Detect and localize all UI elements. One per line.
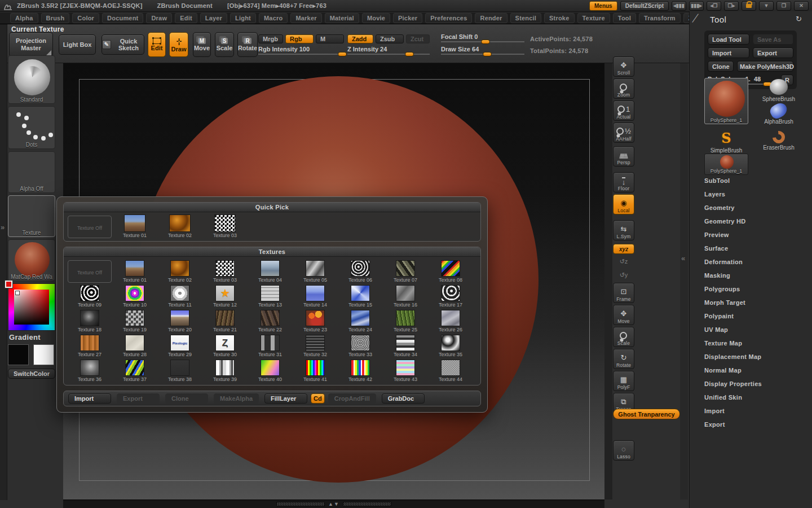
minimize-button[interactable]: ▼ <box>759 1 774 11</box>
menus-button[interactable]: Menus <box>589 1 617 11</box>
tool-section-layers[interactable]: Layers <box>690 187 812 201</box>
make-alpha-button[interactable]: MakeAlpha <box>214 393 259 404</box>
tool-section-masking[interactable]: Masking <box>690 269 812 282</box>
stroke-selector[interactable]: Dots <box>8 106 55 149</box>
texture-item-texture-08[interactable]: Texture 08 <box>428 259 473 284</box>
texture-item-texture-34[interactable]: Texture 34 <box>383 334 428 358</box>
eraser-brush-slot[interactable]: EraserBrush <box>758 131 799 151</box>
rotate-y-button[interactable]: ↺y <box>613 269 634 281</box>
texture-item-texture-39[interactable]: Texture 39 <box>202 358 248 383</box>
menu-item-marker[interactable]: Marker <box>290 13 321 23</box>
texture-item-texture-30[interactable]: Ȥ Texture 30 <box>202 334 248 358</box>
move-button[interactable]: M Move <box>193 32 211 57</box>
tool-section-display-properties[interactable]: Display Properties <box>690 377 812 391</box>
tool-section-unified-skin[interactable]: Unified Skin <box>690 391 812 404</box>
gradient-label[interactable]: Gradient <box>9 333 58 341</box>
texture-item-texture-11[interactable]: Texture 11 <box>157 284 202 309</box>
texture-item-texture-02[interactable]: Texture 02 <box>157 259 202 284</box>
import-button[interactable]: Import <box>68 393 111 404</box>
menu-item-stroke[interactable]: Stroke <box>544 13 574 23</box>
texture-item-texture-38[interactable]: Texture 38 <box>157 358 202 383</box>
tool-section-subtool[interactable]: SubTool <box>690 174 812 187</box>
m-button[interactable]: M <box>316 34 344 43</box>
texture-item-texture-13[interactable]: Texture 13 <box>248 284 293 309</box>
texture-item-texture-09[interactable]: Texture 09 <box>67 284 112 309</box>
focal-shift-slider[interactable]: Focal Shift 0 <box>441 33 524 42</box>
draw-size-slider[interactable]: Draw Size 64 <box>441 46 524 55</box>
texture-item-texture-31[interactable]: Texture 31 <box>248 334 293 358</box>
texture-item-texture-07[interactable]: Texture 07 <box>383 259 428 284</box>
rotate-button[interactable]: R Rotate <box>237 32 258 57</box>
texture-selector[interactable]: Texture <box>8 195 55 237</box>
scale-button[interactable]: S Scale <box>215 32 234 57</box>
menu-item-edit[interactable]: Edit <box>175 13 197 23</box>
cd-button[interactable]: Cd <box>311 393 325 404</box>
draw-button[interactable]: -¦- Draw <box>169 32 188 57</box>
projection-master-button[interactable]: Projection Master <box>9 32 53 57</box>
quick-pick-texture-texture-03[interactable]: Texture 03 <box>202 214 248 239</box>
alpha-brush-slot[interactable]: AlphaBrush <box>758 104 799 125</box>
aahalf-button[interactable]: ½ AAHalf <box>613 122 634 143</box>
menu-item-tool[interactable]: Tool <box>613 13 636 23</box>
texture-item-texture-15[interactable]: Texture 15 <box>338 284 383 309</box>
tray-slide-left-button[interactable]: ◂▮▮▮ <box>672 1 686 11</box>
texture-item-texture-12[interactable]: ★ Texture 12 <box>202 284 248 309</box>
rgb-button[interactable]: Rgb <box>285 34 314 43</box>
texture-item-texture-04[interactable]: Texture 04 <box>248 259 293 284</box>
active-tool-slot[interactable]: PolySphere_1 <box>704 78 748 124</box>
texture-item-texture-01[interactable]: Texture 01 <box>112 259 157 284</box>
default-zscript-button[interactable]: DefaultZScript <box>620 1 669 11</box>
texture-item-texture-19[interactable]: Texture 19 <box>112 309 157 334</box>
close-button[interactable]: ✕ <box>794 1 809 11</box>
texture-item-texture-40[interactable]: Texture 40 <box>248 358 293 383</box>
scale-button[interactable]: Scale <box>613 327 634 347</box>
light-box-button[interactable]: Light Box <box>59 34 96 55</box>
bottom-tray-divider[interactable]: ▲▼ <box>63 500 604 508</box>
menu-item-brush[interactable]: Brush <box>41 13 70 23</box>
crop-and-fill-button[interactable]: CropAndFill <box>328 393 376 404</box>
refresh-icon[interactable]: ↻ <box>796 15 802 23</box>
grab-doc-button[interactable]: GrabDoc <box>382 393 425 404</box>
tray-collapse-icons[interactable]: ▲▼ <box>328 501 339 507</box>
texture-item-texture-41[interactable]: Texture 41 <box>293 358 338 383</box>
texture-item-texture-24[interactable]: Texture 24 <box>338 309 383 334</box>
rotate-z-button[interactable]: ↺z <box>613 256 634 268</box>
menu-item-picker[interactable]: Picker <box>393 13 422 23</box>
lock-button[interactable] <box>742 1 756 11</box>
texture-item-texture-16[interactable]: Texture 16 <box>383 284 428 309</box>
texture-item-texture-43[interactable]: Texture 43 <box>383 358 428 383</box>
texture-item-texture-32[interactable]: Texture 32 <box>293 334 338 358</box>
texture-item-texture-28[interactable]: Texture 28 <box>112 334 157 358</box>
doc-cycle-left-button[interactable]: ◂❐ <box>707 1 721 11</box>
texture-item-texture-29[interactable]: Pixologic Texture 29 <box>157 334 202 358</box>
ghost-transparency-button[interactable]: Ghost Tranparency <box>613 409 680 419</box>
menu-item-macro[interactable]: Macro <box>259 13 288 23</box>
scroll-button[interactable]: ✥ Scroll <box>613 56 634 77</box>
texture-item-texture-03[interactable]: Texture 03 <box>202 259 248 284</box>
menu-item-transform[interactable]: Transform <box>639 13 681 23</box>
fill-layer-button[interactable]: FillLayer <box>264 393 307 404</box>
menu-item-stencil[interactable]: Stencil <box>510 13 541 23</box>
tool-section-preview[interactable]: Preview <box>690 228 812 242</box>
texture-item-texture-17[interactable]: Texture 17 <box>428 284 473 309</box>
switch-color-button[interactable]: SwitchColor <box>8 369 55 379</box>
menu-item-light[interactable]: Light <box>230 13 256 23</box>
floor-button[interactable]: ↓ Floor <box>613 172 634 192</box>
export-button[interactable]: Export <box>117 393 160 404</box>
menu-item-material[interactable]: Material <box>325 13 359 23</box>
quick-sketch-button[interactable]: ✎ Quick Sketch <box>102 34 144 55</box>
alpha-selector[interactable]: Alpha Off <box>8 151 55 193</box>
material-selector[interactable]: MatCap Red Wa <box>8 239 55 281</box>
texture-item-texture-26[interactable]: Texture 26 <box>428 309 473 334</box>
texture-item-texture-18[interactable]: Texture 18 <box>67 309 112 334</box>
recent-tool-slot[interactable]: PolySphere_1 <box>704 154 748 175</box>
z-intensity-slider[interactable]: Z Intensity 24 <box>347 46 430 55</box>
secondary-color-swatch[interactable] <box>33 344 54 365</box>
texture-item-texture-25[interactable]: Texture 25 <box>383 309 428 334</box>
persp-button[interactable]: ▦ Persp <box>613 146 634 167</box>
focal-shift-handle[interactable] <box>481 40 490 44</box>
tool-clone-button[interactable]: Clone <box>708 61 734 72</box>
menu-item-texture[interactable]: Texture <box>577 13 610 23</box>
menu-item-document[interactable]: Document <box>102 13 143 23</box>
doc-cycle-right-button[interactable]: ❐▸ <box>724 1 739 11</box>
